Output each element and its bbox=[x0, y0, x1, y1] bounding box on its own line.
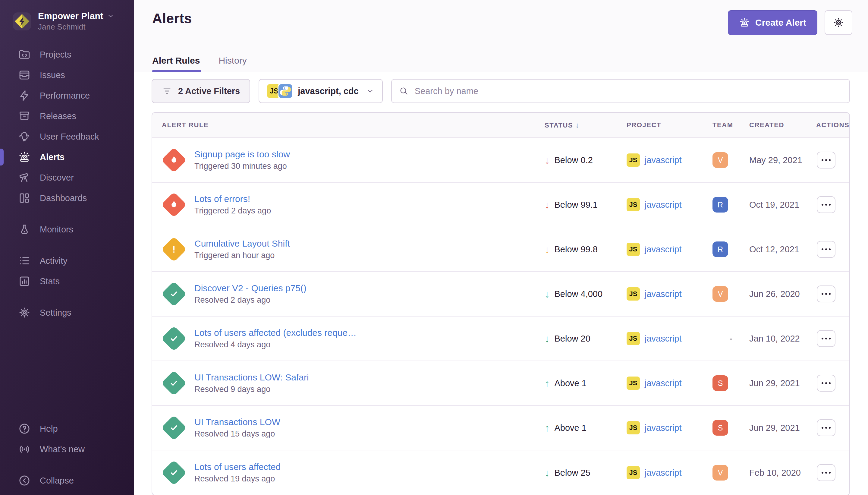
sidebar-item-performance[interactable]: Performance bbox=[0, 85, 134, 106]
sidebar-item-label: Issues bbox=[40, 70, 65, 80]
team-avatar: S bbox=[712, 375, 728, 391]
project-link[interactable]: javascript bbox=[645, 289, 682, 299]
sidebar-item-user-feedback[interactable]: User Feedback bbox=[0, 126, 134, 147]
status-value: Below 0.2 bbox=[555, 155, 593, 165]
row-actions-button[interactable] bbox=[817, 286, 835, 302]
table-row: UI Transactions LOW: SafariResolved 9 da… bbox=[152, 361, 849, 406]
alert-rule-subtitle: Resolved 15 days ago bbox=[194, 429, 280, 439]
page-header: Alerts Create Alert Alert Rules History bbox=[134, 0, 868, 72]
javascript-project-icon: JS bbox=[627, 421, 640, 434]
status-value: Below 99.8 bbox=[555, 244, 598, 254]
create-alert-label: Create Alert bbox=[755, 17, 806, 28]
table-row: Lots of users affectedResolved 19 days a… bbox=[152, 450, 849, 495]
team-avatar: - bbox=[712, 334, 749, 344]
status-value: Below 25 bbox=[555, 468, 590, 478]
row-actions-button[interactable] bbox=[817, 196, 835, 213]
column-status[interactable]: STATUS↓ bbox=[544, 121, 627, 129]
sidebar-item-label: What's new bbox=[40, 444, 85, 454]
sidebar-item-issues[interactable]: Issues bbox=[0, 65, 134, 85]
alert-rule-link[interactable]: Lots of errors! bbox=[194, 194, 271, 204]
severity-badge bbox=[161, 281, 187, 307]
siren-icon bbox=[18, 151, 31, 164]
sidebar-item-collapse[interactable]: Collapse bbox=[0, 470, 134, 491]
sidebar-item-label: Activity bbox=[40, 256, 68, 266]
alert-rule-link[interactable]: Discover V2 - Queries p75() bbox=[194, 283, 307, 293]
alert-rule-link[interactable]: Cumulative Layout Shift bbox=[194, 238, 290, 249]
bar-chart-icon bbox=[18, 275, 31, 288]
chevron-down-icon bbox=[107, 12, 114, 20]
sidebar-item-help[interactable]: Help bbox=[0, 419, 134, 439]
alert-rule-subtitle: Triggered 2 days ago bbox=[194, 206, 271, 216]
project-link[interactable]: javascript bbox=[645, 334, 682, 344]
alert-rule-subtitle: Triggered 30 minutes ago bbox=[194, 161, 290, 171]
row-actions-button[interactable] bbox=[817, 375, 835, 392]
check-icon bbox=[169, 289, 179, 300]
alert-rule-link[interactable]: UI Transactions LOW: Safari bbox=[194, 372, 309, 382]
severity-badge bbox=[161, 192, 187, 218]
threshold-arrow-icon: ↑ bbox=[544, 423, 550, 433]
check-icon bbox=[169, 333, 179, 344]
row-actions-button[interactable] bbox=[817, 419, 835, 436]
check-icon bbox=[169, 378, 179, 389]
activity-list-icon bbox=[18, 254, 31, 267]
sidebar-item-projects[interactable]: Projects bbox=[0, 44, 134, 65]
alert-rule-link[interactable]: Lots of users affected bbox=[194, 462, 281, 472]
threshold-arrow-icon: ↓ bbox=[544, 155, 550, 165]
table-row: Lots of errors!Triggered 2 days ago ↓Bel… bbox=[152, 183, 849, 227]
sidebar-item-whats-new[interactable]: What's new bbox=[0, 439, 134, 459]
row-actions-button[interactable] bbox=[817, 464, 835, 481]
siren-icon bbox=[739, 17, 750, 28]
sidebar-item-stats[interactable]: Stats bbox=[0, 271, 134, 291]
gear-icon bbox=[18, 306, 31, 319]
org-switcher[interactable]: Empower Plant Jane Schmidt bbox=[0, 0, 134, 32]
alert-rule-link[interactable]: Lots of users affected (excludes reque… bbox=[194, 328, 357, 338]
create-alert-button[interactable]: Create Alert bbox=[728, 10, 817, 35]
project-filter-dropdown[interactable]: JS javascript, cdc bbox=[259, 79, 383, 103]
status-value: Below 20 bbox=[555, 334, 590, 344]
sidebar-item-discover[interactable]: Discover bbox=[0, 167, 134, 188]
sidebar-item-label: Dashboards bbox=[40, 193, 87, 203]
alert-rule-subtitle: Resolved 2 days ago bbox=[194, 295, 307, 305]
tab-history[interactable]: History bbox=[219, 55, 248, 72]
search-icon bbox=[399, 86, 409, 96]
sidebar-item-label: Settings bbox=[40, 308, 71, 318]
exclamation-icon bbox=[169, 244, 179, 255]
row-actions-button[interactable] bbox=[817, 330, 835, 347]
sidebar-item-settings[interactable]: Settings bbox=[0, 302, 134, 323]
active-filters-button[interactable]: 2 Active Filters bbox=[152, 79, 250, 103]
project-link[interactable]: javascript bbox=[645, 468, 682, 478]
table-row: Lots of users affected (excludes reque…R… bbox=[152, 317, 849, 361]
search-input[interactable] bbox=[391, 79, 850, 103]
chevron-down-icon bbox=[366, 87, 374, 95]
row-actions-button[interactable] bbox=[817, 152, 835, 169]
threshold-arrow-icon: ↓ bbox=[544, 468, 550, 478]
created-date: Oct 19, 2021 bbox=[749, 200, 816, 210]
sidebar-nav: Projects Issues Performance Releases Use… bbox=[0, 44, 134, 323]
sidebar-item-releases[interactable]: Releases bbox=[0, 106, 134, 126]
alert-rule-link[interactable]: UI Transactions LOW bbox=[194, 417, 280, 427]
alert-rule-link[interactable]: Signup page is too slow bbox=[194, 149, 290, 159]
team-avatar: S bbox=[712, 420, 728, 436]
project-link[interactable]: javascript bbox=[645, 200, 682, 210]
sidebar-item-dashboards[interactable]: Dashboards bbox=[0, 188, 134, 208]
sidebar-item-monitors[interactable]: Monitors bbox=[0, 219, 134, 240]
help-icon bbox=[18, 422, 31, 435]
project-link[interactable]: javascript bbox=[645, 244, 682, 254]
created-date: Jun 29, 2021 bbox=[749, 423, 816, 433]
project-link[interactable]: javascript bbox=[645, 378, 682, 388]
alert-settings-button[interactable] bbox=[824, 10, 852, 35]
threshold-arrow-icon: ↓ bbox=[544, 200, 550, 210]
project-link[interactable]: javascript bbox=[645, 423, 682, 433]
sidebar-item-label: Releases bbox=[40, 111, 76, 121]
tab-alert-rules[interactable]: Alert Rules bbox=[152, 55, 201, 72]
javascript-project-icon: JS bbox=[627, 287, 640, 301]
javascript-project-icon: JS bbox=[627, 153, 640, 167]
row-actions-button[interactable] bbox=[817, 241, 835, 258]
project-link[interactable]: javascript bbox=[645, 155, 682, 165]
alert-rule-subtitle: Resolved 4 days ago bbox=[194, 340, 357, 349]
threshold-arrow-icon: ↓ bbox=[544, 244, 550, 254]
column-team: TEAM bbox=[712, 121, 749, 129]
sidebar-item-activity[interactable]: Activity bbox=[0, 251, 134, 271]
column-actions: ACTIONS bbox=[816, 121, 849, 129]
sidebar-item-alerts[interactable]: Alerts bbox=[0, 147, 134, 167]
